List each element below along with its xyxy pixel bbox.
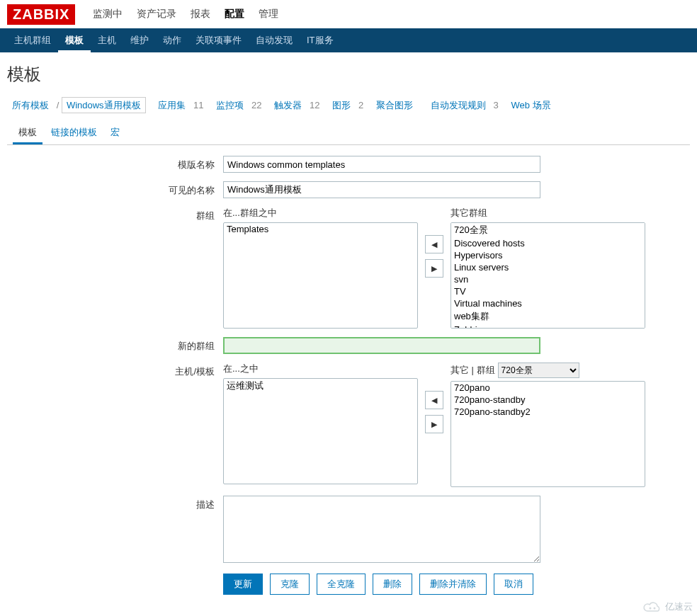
watermark: 亿速云: [642, 600, 693, 610]
watermark-text: 亿速云: [665, 600, 693, 610]
cloud-icon: [642, 600, 662, 610]
delete-clear-button[interactable]: 删除并清除: [419, 574, 487, 595]
host-move-right-button[interactable]: ▶: [425, 415, 443, 433]
subnav-hosts[interactable]: 主机: [91, 28, 123, 52]
bc-triggers[interactable]: 触发器: [271, 98, 305, 113]
other-hosts-group-label: 其它 | 群组: [450, 364, 495, 377]
template-name-input[interactable]: [223, 156, 540, 173]
subnav-templates[interactable]: 模板: [58, 28, 91, 52]
description-textarea[interactable]: [223, 496, 540, 563]
svg-point-1: [654, 608, 656, 610]
new-group-input[interactable]: [223, 337, 540, 354]
group-move-right-button[interactable]: ▶: [425, 259, 443, 278]
subnav-correlation[interactable]: 关联项事件: [188, 28, 249, 52]
hosts-templates-label: 主机/模板: [7, 363, 223, 378]
bc-graphs[interactable]: 图形: [329, 98, 354, 113]
tab-linked[interactable]: 链接的模板: [45, 122, 103, 143]
page-title: 模板: [7, 63, 690, 86]
breadcrumb-current[interactable]: Windows通用模板: [62, 97, 146, 113]
logo: ZABBIX: [7, 4, 75, 25]
host-move-left-button[interactable]: ◀: [425, 391, 443, 409]
subnav-maintenance[interactable]: 维护: [123, 28, 156, 52]
cancel-button[interactable]: 取消: [494, 574, 533, 595]
tab-macros[interactable]: 宏: [105, 122, 125, 143]
other-groups-label: 其它群组: [450, 207, 645, 219]
in-hosts-select[interactable]: 运维测试: [223, 378, 418, 484]
in-groups-select[interactable]: Templates: [223, 222, 418, 329]
bc-web[interactable]: Web 场景: [508, 98, 555, 113]
bc-discovery-count: 3: [493, 100, 498, 110]
delete-button[interactable]: 删除: [373, 574, 412, 595]
bc-graphs-count: 2: [358, 100, 363, 110]
top-nav: ZABBIX 监测中 资产记录 报表 配置 管理: [0, 0, 697, 28]
new-group-label: 新的群组: [7, 337, 223, 353]
breadcrumb-sep: /: [57, 100, 60, 110]
topnav-configuration[interactable]: 配置: [217, 1, 251, 28]
bc-triggers-count: 12: [310, 100, 319, 110]
topnav-reports[interactable]: 报表: [183, 1, 217, 28]
description-label: 描述: [7, 496, 223, 511]
bc-applications[interactable]: 应用集: [154, 98, 189, 113]
visible-name-label: 可见的名称: [7, 181, 223, 197]
tab-template[interactable]: 模板: [13, 122, 42, 144]
form-tabs: 模板 链接的模板 宏: [7, 122, 690, 145]
breadcrumb: 所有模板 / Windows通用模板 应用集 11 监控项 22 触发器 12 …: [7, 96, 690, 115]
bc-items-count: 22: [251, 100, 261, 110]
clone-button[interactable]: 克隆: [270, 574, 310, 595]
full-clone-button[interactable]: 全克隆: [317, 574, 366, 595]
breadcrumb-all[interactable]: 所有模板: [8, 98, 52, 113]
visible-name-input[interactable]: [223, 181, 540, 198]
subnav-actions[interactable]: 动作: [156, 28, 188, 52]
svg-point-0: [650, 608, 652, 610]
groups-label: 群组: [7, 207, 223, 222]
topnav-administration[interactable]: 管理: [251, 1, 285, 28]
other-hosts-group-select[interactable]: 720全景: [498, 363, 579, 378]
other-groups-select[interactable]: 720全景Discovered hostsHypervisorsLinux se…: [450, 222, 645, 329]
topnav-inventory[interactable]: 资产记录: [130, 1, 183, 28]
template-name-label: 模版名称: [7, 156, 223, 171]
bc-applications-count: 11: [193, 100, 203, 110]
content: 模板 所有模板 / Windows通用模板 应用集 11 监控项 22 触发器 …: [0, 52, 697, 610]
in-groups-label: 在...群组之中: [223, 207, 418, 219]
update-button[interactable]: 更新: [223, 574, 263, 595]
other-hosts-select[interactable]: 720pano720pano-standby720pano-standby2: [450, 381, 645, 487]
sub-nav: 主机群组 模板 主机 维护 动作 关联项事件 自动发现 IT服务: [0, 28, 697, 52]
bc-discovery[interactable]: 自动发现规则: [427, 98, 489, 113]
subnav-itservices[interactable]: IT服务: [300, 28, 341, 52]
bc-screens[interactable]: 聚合图形: [373, 98, 416, 113]
in-hosts-label: 在...之中: [223, 363, 418, 375]
subnav-discovery[interactable]: 自动发现: [249, 28, 300, 52]
topnav-monitoring[interactable]: 监测中: [86, 1, 130, 28]
group-move-left-button[interactable]: ◀: [425, 235, 443, 253]
subnav-hostgroups[interactable]: 主机群组: [7, 28, 58, 52]
bc-items[interactable]: 监控项: [212, 98, 247, 113]
